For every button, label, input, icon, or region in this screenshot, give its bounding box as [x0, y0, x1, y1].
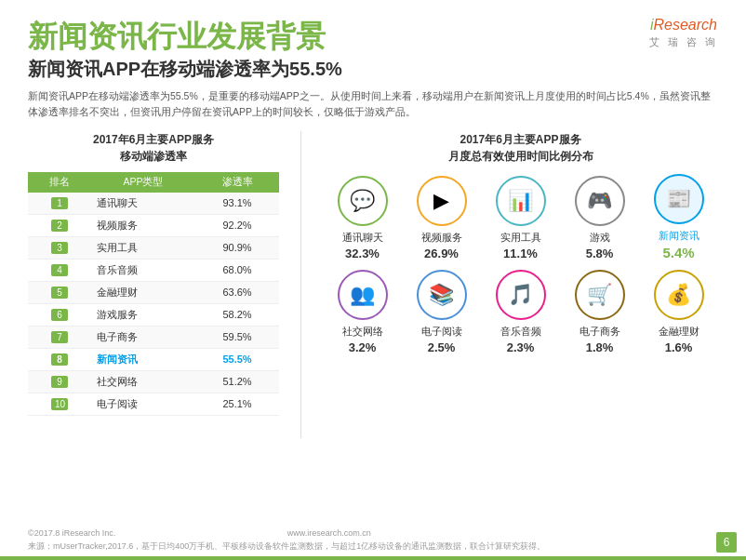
cell-name: 金融理财 [91, 281, 195, 303]
cell-pct: 25.1% [195, 393, 279, 415]
app-icon: 💬 [338, 176, 388, 226]
app-label: 金融理财 [659, 325, 699, 339]
table-row: 2视频服务92.2% [28, 214, 279, 236]
cell-rank: 7 [28, 326, 91, 348]
app-label: 电子阅读 [421, 325, 462, 339]
icon-item: 🛒电子商务1.8% [563, 270, 637, 354]
col-app: APP类型 [91, 172, 195, 193]
cell-pct: 92.2% [195, 214, 279, 236]
table-row: 8新闻资讯55.5% [28, 348, 279, 370]
table-row: 7电子商务59.5% [28, 326, 279, 348]
table-row: 5金融理财63.6% [28, 281, 279, 303]
icon-item: 📚电子阅读2.5% [405, 270, 479, 354]
cell-rank: 1 [28, 193, 91, 215]
cell-rank: 10 [28, 393, 91, 415]
icon-item: 🎮游戏5.8% [563, 176, 637, 260]
app-icon: 🎮 [575, 176, 625, 226]
col-pct: 渗透率 [195, 172, 279, 193]
app-icon: 👥 [338, 270, 388, 320]
app-icon: 🛒 [575, 270, 625, 320]
table-row: 10电子阅读25.1% [28, 393, 279, 415]
table-row: 1通讯聊天93.1% [28, 193, 279, 215]
icons-grid: 💬通讯聊天32.3%▶视频服务26.9%📊实用工具11.1%🎮游戏5.8%📰新闻… [323, 174, 718, 354]
icon-item: ▶视频服务26.9% [405, 176, 479, 260]
cell-pct: 63.6% [195, 281, 279, 303]
logo-research: Research [653, 17, 716, 33]
penetration-table: 排名 APP类型 渗透率 1通讯聊天93.1%2视频服务92.2%3实用工具90… [28, 172, 279, 416]
app-icon: 💰 [654, 270, 704, 320]
icon-item: 📰新闻资讯5.4% [642, 174, 716, 260]
cell-rank: 3 [28, 236, 91, 259]
icon-item: 👥社交网络3.2% [326, 270, 400, 354]
left-panel: 2017年6月主要APP服务 移动端渗透率 排名 APP类型 渗透率 1通讯聊天… [28, 131, 279, 438]
page: iResearch 艾 瑞 咨 询 新闻资讯行业发展背景 新闻资讯APP在移动端… [0, 0, 746, 560]
cell-name: 视频服务 [91, 214, 195, 236]
app-pct: 32.3% [345, 247, 380, 260]
right-panel: 2017年6月主要APP服务 月度总有效使用时间比例分布 💬通讯聊天32.3%▶… [323, 131, 718, 438]
app-label: 新闻资讯 [659, 229, 699, 243]
col-rank: 排名 [28, 172, 91, 193]
cell-pct: 55.5% [195, 348, 279, 370]
cell-rank: 8 [28, 348, 91, 370]
footer-bar [0, 556, 746, 560]
cell-name: 新闻资讯 [91, 348, 195, 370]
app-icon: ▶ [417, 176, 467, 226]
icons-row-2: 👥社交网络3.2%📚电子阅读2.5%🎵音乐音频2.3%🛒电子商务1.8%💰金融理… [323, 270, 718, 354]
table-row: 6游戏服务58.2% [28, 303, 279, 326]
cell-rank: 6 [28, 303, 91, 326]
cell-rank: 5 [28, 281, 91, 303]
panel-divider [300, 131, 301, 438]
page-subtitle: 新闻资讯APP在移动端渗透率为55.5% [28, 57, 718, 82]
cell-name: 社交网络 [91, 370, 195, 393]
cell-pct: 59.5% [195, 326, 279, 348]
app-icon: 📰 [654, 174, 704, 224]
app-icon: 📚 [417, 270, 467, 320]
app-label: 音乐音频 [500, 325, 541, 339]
table-row: 9社交网络51.2% [28, 370, 279, 393]
right-panel-title: 2017年6月主要APP服务 月度总有效使用时间比例分布 [323, 131, 718, 165]
app-pct: 2.3% [507, 340, 535, 354]
cell-rank: 2 [28, 214, 91, 236]
cell-name: 游戏服务 [91, 303, 195, 326]
app-label: 通讯聊天 [342, 231, 383, 245]
app-label: 视频服务 [421, 231, 462, 245]
table-row: 4音乐音频68.0% [28, 259, 279, 281]
icons-row-1: 💬通讯聊天32.3%▶视频服务26.9%📊实用工具11.1%🎮游戏5.8%📰新闻… [323, 174, 718, 260]
app-pct: 2.5% [428, 340, 456, 354]
logo-sub: 艾 瑞 咨 询 [649, 35, 718, 49]
cell-rank: 4 [28, 259, 91, 281]
cell-name: 音乐音频 [91, 259, 195, 281]
page-description: 新闻资讯APP在移动端渗透率为55.5%，是重要的移动端APP之一。从使用时间上… [28, 88, 718, 120]
logo: iResearch 艾 瑞 咨 询 [649, 17, 718, 49]
cell-pct: 58.2% [195, 303, 279, 326]
icon-item: 💬通讯聊天32.3% [326, 176, 400, 260]
app-pct: 26.9% [424, 247, 459, 260]
page-number: 6 [716, 532, 737, 553]
cell-pct: 93.1% [195, 193, 279, 215]
footer-copyright: ©2017.8 iResearch Inc. www.iresearch.com… [28, 523, 371, 540]
app-label: 实用工具 [500, 231, 541, 245]
app-label: 游戏 [590, 231, 610, 245]
cell-pct: 90.9% [195, 236, 279, 259]
cell-name: 电子商务 [91, 326, 195, 348]
icon-item: 🎵音乐音频2.3% [484, 270, 558, 354]
cell-name: 电子阅读 [91, 393, 195, 415]
icon-item: 📊实用工具11.1% [484, 176, 558, 260]
cell-pct: 68.0% [195, 259, 279, 281]
table-header-row: 排名 APP类型 渗透率 [28, 172, 279, 193]
left-panel-title: 2017年6月主要APP服务 移动端渗透率 [28, 131, 279, 165]
page-title: 新闻资讯行业发展背景 [28, 20, 718, 53]
app-pct: 5.4% [662, 245, 694, 260]
logo-text: iResearch [649, 17, 718, 33]
footer: 来源：mUserTracker,2017.6，基于日均400万手机、平板移动设备… [28, 540, 718, 553]
footer-source: 来源：mUserTracker,2017.6，基于日均400万手机、平板移动设备… [28, 540, 545, 553]
app-icon: 🎵 [496, 270, 546, 320]
app-pct: 5.8% [586, 247, 614, 260]
app-label: 电子商务 [579, 325, 620, 339]
app-pct: 11.1% [503, 247, 538, 260]
app-pct: 3.2% [349, 340, 377, 354]
icon-item: 💰金融理财1.6% [642, 270, 716, 354]
cell-name: 实用工具 [91, 236, 195, 259]
cell-pct: 51.2% [195, 370, 279, 393]
table-row: 3实用工具90.9% [28, 236, 279, 259]
